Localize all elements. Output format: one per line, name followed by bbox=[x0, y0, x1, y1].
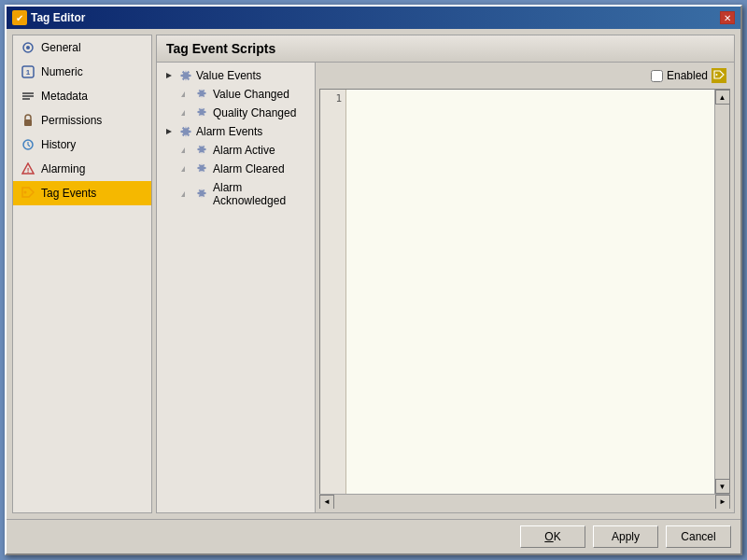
sidebar-item-numeric[interactable]: 1 Numeric bbox=[13, 60, 151, 84]
alarm-acknowledged-item[interactable]: Alarm Acknowledged bbox=[157, 178, 315, 210]
ok-button[interactable]: OK bbox=[520, 525, 585, 548]
sidebar-label-permissions: Permissions bbox=[41, 114, 102, 127]
value-events-group: Value Events Value Changed bbox=[157, 66, 315, 122]
alarm-active-indent bbox=[179, 144, 192, 157]
quality-changed-item[interactable]: Quality Changed bbox=[157, 104, 315, 122]
title-bar: ✔ Tag Editor ✕ bbox=[7, 7, 740, 29]
expand-alarm-icon bbox=[162, 125, 176, 138]
alarm-acknowledged-indent bbox=[179, 188, 192, 201]
svg-rect-4 bbox=[22, 92, 34, 94]
tag-editor-window: ✔ Tag Editor ✕ General 1 Numeric bbox=[5, 5, 742, 555]
script-area: Enabled 1 bbox=[316, 63, 734, 512]
enabled-checkbox[interactable] bbox=[651, 70, 663, 82]
svg-point-18 bbox=[716, 74, 718, 76]
vertical-scrollbar: ▲ ▼ bbox=[714, 90, 729, 494]
main-area: Tag Event Scripts Value Events bbox=[156, 35, 735, 513]
scroll-right-button[interactable]: ► bbox=[715, 495, 730, 510]
ok-label: OK bbox=[544, 530, 560, 543]
scroll-left-button[interactable]: ◄ bbox=[319, 495, 334, 510]
horizontal-scrollbar: ◄ ► bbox=[319, 494, 730, 509]
sidebar-label-metadata: Metadata bbox=[41, 90, 88, 103]
script-toolbar: Enabled bbox=[319, 66, 730, 85]
title-bar-left: ✔ Tag Editor bbox=[12, 10, 85, 25]
sidebar-item-tag-events[interactable]: Tag Events bbox=[13, 181, 151, 205]
line-numbers: 1 bbox=[320, 90, 346, 494]
svg-rect-7 bbox=[24, 119, 32, 126]
alarm-events-cog-icon bbox=[179, 125, 192, 138]
sidebar-label-history: History bbox=[41, 138, 76, 151]
alarm-acknowledged-cog bbox=[196, 188, 209, 201]
sidebar-label-alarming: Alarming bbox=[41, 162, 85, 175]
general-icon bbox=[21, 40, 35, 55]
alarm-active-label: Alarm Active bbox=[213, 144, 275, 157]
window-title: Tag Editor bbox=[31, 11, 85, 24]
script-editor-textarea[interactable] bbox=[346, 90, 714, 494]
alarm-active-item[interactable]: Alarm Active bbox=[157, 141, 315, 160]
script-tag-icon bbox=[712, 68, 726, 83]
alarming-icon: ! bbox=[21, 161, 35, 176]
sidebar: General 1 Numeric Metadata Permissions bbox=[12, 35, 152, 513]
value-changed-icon bbox=[179, 88, 192, 101]
svg-text:!: ! bbox=[27, 166, 30, 175]
scroll-down-button[interactable]: ▼ bbox=[715, 479, 730, 494]
editor-container: 1 ▲ ▼ ◄ ► bbox=[319, 89, 730, 509]
history-icon bbox=[21, 137, 35, 152]
value-changed-item[interactable]: Value Changed bbox=[157, 85, 315, 104]
metadata-icon bbox=[21, 89, 35, 104]
footer: OK Apply Cancel bbox=[7, 519, 740, 553]
value-events-header[interactable]: Value Events bbox=[157, 66, 315, 85]
enabled-label: Enabled bbox=[667, 69, 708, 82]
value-events-label: Value Events bbox=[196, 69, 261, 82]
alarm-cleared-cog bbox=[196, 162, 209, 175]
alarm-acknowledged-label: Alarm Acknowledged bbox=[213, 181, 309, 207]
alarm-cleared-label: Alarm Cleared bbox=[213, 162, 285, 175]
line-number-1: 1 bbox=[331, 91, 345, 106]
close-button[interactable]: ✕ bbox=[720, 11, 735, 24]
svg-rect-6 bbox=[22, 98, 30, 100]
sidebar-item-alarming[interactable]: ! Alarming bbox=[13, 157, 151, 181]
sidebar-label-numeric: Numeric bbox=[41, 65, 83, 78]
alarm-active-cog bbox=[196, 144, 209, 157]
sidebar-item-metadata[interactable]: Metadata bbox=[13, 84, 151, 108]
sidebar-label-general: General bbox=[41, 41, 81, 54]
sidebar-item-general[interactable]: General bbox=[13, 35, 151, 60]
main-content: Value Events Value Changed bbox=[157, 63, 734, 512]
apply-button[interactable]: Apply bbox=[593, 525, 658, 548]
window-icon: ✔ bbox=[12, 10, 27, 25]
editor-main: 1 ▲ ▼ bbox=[319, 89, 730, 494]
svg-rect-5 bbox=[22, 95, 34, 97]
quality-changed-label: Quality Changed bbox=[213, 106, 296, 119]
sidebar-item-history[interactable]: History bbox=[13, 133, 151, 157]
window-body: General 1 Numeric Metadata Permissions bbox=[7, 29, 740, 519]
sidebar-item-permissions[interactable]: Permissions bbox=[13, 108, 151, 133]
value-changed-cog bbox=[196, 88, 209, 101]
numeric-icon: 1 bbox=[21, 64, 35, 79]
value-changed-label: Value Changed bbox=[213, 88, 289, 101]
alarm-cleared-item[interactable]: Alarm Cleared bbox=[157, 160, 315, 178]
quality-changed-indent bbox=[179, 106, 192, 119]
svg-point-1 bbox=[26, 46, 30, 49]
svg-point-10 bbox=[24, 191, 27, 194]
permissions-icon bbox=[21, 113, 35, 128]
tag-events-icon bbox=[21, 186, 35, 201]
sidebar-label-tag-events: Tag Events bbox=[41, 187, 96, 200]
main-header: Tag Event Scripts bbox=[157, 35, 734, 63]
quality-changed-cog bbox=[196, 106, 209, 119]
tree-panel: Value Events Value Changed bbox=[157, 63, 316, 512]
value-events-cog-icon bbox=[179, 69, 192, 82]
alarm-events-label: Alarm Events bbox=[196, 125, 262, 138]
alarm-cleared-indent bbox=[179, 162, 192, 175]
cancel-button[interactable]: Cancel bbox=[666, 525, 731, 548]
svg-text:1: 1 bbox=[26, 68, 31, 77]
expand-value-icon bbox=[162, 69, 176, 82]
enabled-checkbox-container: Enabled bbox=[651, 69, 708, 82]
scroll-up-button[interactable]: ▲ bbox=[715, 90, 730, 105]
alarm-events-group: Alarm Events Alarm Active bbox=[157, 122, 315, 210]
alarm-events-header[interactable]: Alarm Events bbox=[157, 122, 315, 141]
